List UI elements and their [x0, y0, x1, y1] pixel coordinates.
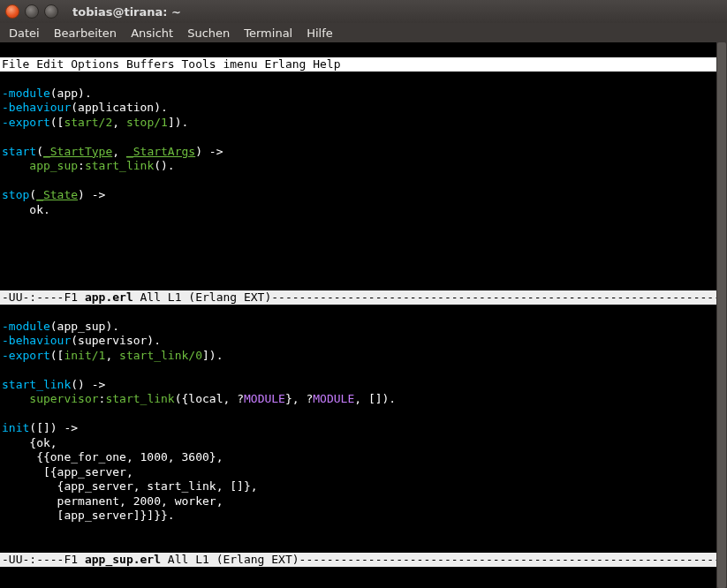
close-icon[interactable]	[5, 4, 19, 19]
modeline-file: app_sup.erl	[85, 553, 161, 566]
kw-export: -export	[2, 349, 50, 362]
fn-stop: stop	[2, 188, 29, 201]
app-menubar: Datei Bearbeiten Ansicht Suchen Terminal…	[0, 23, 727, 42]
menu-item-hilfe[interactable]: Hilfe	[307, 26, 333, 40]
fn-start-link: start_link	[2, 378, 71, 391]
menu-item-ansicht[interactable]: Ansicht	[131, 26, 173, 40]
menu-item-suchen[interactable]: Suchen	[187, 26, 230, 40]
buffer-app-sup-erl[interactable]: -module(app_sup). -behaviour(supervisor)…	[0, 320, 716, 553]
modeline-app-sup-erl: -UU-:----F1 app_sup.erl All L1 (Erlang E…	[0, 553, 716, 568]
modeline-file: app.erl	[85, 290, 133, 304]
kw-behaviour: -behaviour	[2, 101, 71, 114]
scrollbar-thumb[interactable]	[717, 42, 726, 588]
terminal-area[interactable]: File Edit Options Buffers Tools imenu Er…	[0, 42, 727, 588]
window-title: tobias@tirana: ~	[72, 5, 181, 19]
maximize-icon[interactable]	[44, 4, 58, 19]
kw-module: -module	[2, 320, 50, 333]
buffer-app-erl[interactable]: -module(app). -behaviour(application). -…	[0, 87, 716, 290]
kw-module: -module	[2, 87, 50, 100]
fn-init: init	[2, 421, 29, 434]
emacs-frame: File Edit Options Buffers Tools imenu Er…	[0, 42, 716, 588]
menu-item-bearbeiten[interactable]: Bearbeiten	[54, 26, 117, 40]
minimize-icon[interactable]	[25, 4, 39, 19]
titlebar: tobias@tirana: ~	[0, 0, 727, 23]
kw-export: -export	[2, 116, 50, 129]
kw-behaviour: -behaviour	[2, 334, 71, 347]
menu-item-terminal[interactable]: Terminal	[244, 26, 292, 40]
menu-item-datei[interactable]: Datei	[9, 26, 40, 40]
scrollbar[interactable]	[716, 42, 727, 588]
modeline-app-erl: -UU-:----F1 app.erl All L1 (Erlang EXT)-…	[0, 290, 716, 305]
fn-start: start	[2, 145, 36, 158]
emacs-menubar[interactable]: File Edit Options Buffers Tools imenu Er…	[0, 57, 716, 72]
